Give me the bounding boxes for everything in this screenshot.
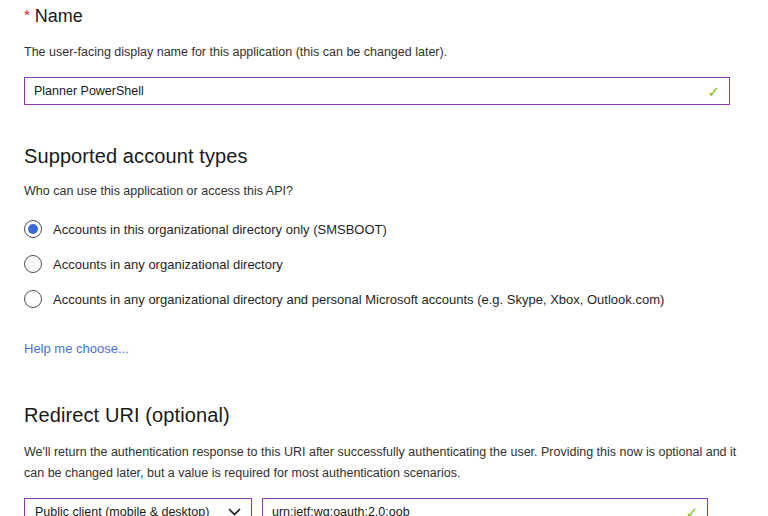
chevron-down-icon [228,508,241,516]
name-section: * Name The user-facing display name for … [24,6,744,105]
required-asterisk: * [24,6,30,23]
radio-button-icon[interactable] [24,220,42,238]
radio-option-label: Accounts in this organizational director… [53,222,387,237]
valid-check-icon: ✓ [685,505,698,516]
redirect-uri-description: We'll return the authentication response… [24,442,740,484]
help-me-choose-link[interactable]: Help me choose... [24,341,129,356]
radio-option-any-org-directory[interactable]: Accounts in any organizational directory [24,254,744,274]
redirect-type-selected-value: Public client (mobile & desktop) [35,505,209,516]
redirect-uri-heading: Redirect URI (optional) [24,404,744,427]
redirect-uri-value: urn:ietf:wg:oauth:2.0:oob [272,505,410,516]
account-types-radio-group: Accounts in this organizational director… [24,219,744,309]
redirect-uri-input[interactable]: urn:ietf:wg:oauth:2.0:oob ✓ [262,498,708,516]
valid-check-icon: ✓ [707,84,720,99]
name-field-label: * Name [24,6,744,27]
name-input[interactable]: Planner PowerShell ✓ [24,77,730,105]
redirect-uri-section: Redirect URI (optional) We'll return the… [24,404,744,516]
radio-button-icon[interactable] [24,255,42,273]
name-input-value: Planner PowerShell [34,84,144,98]
radio-option-any-org-and-personal[interactable]: Accounts in any organizational directory… [24,289,744,309]
radio-button-icon[interactable] [24,290,42,308]
redirect-uri-controls: Public client (mobile & desktop) urn:iet… [24,498,744,516]
name-description: The user-facing display name for this ap… [24,42,744,63]
name-label-text: Name [35,6,83,27]
account-types-question: Who can use this application or access t… [24,184,744,198]
app-registration-form: * Name The user-facing display name for … [0,0,768,516]
radio-option-label: Accounts in any organizational directory… [53,292,664,307]
radio-option-label: Accounts in any organizational directory [53,257,283,272]
supported-account-types-section: Supported account types Who can use this… [24,145,744,357]
radio-option-this-directory-only[interactable]: Accounts in this organizational director… [24,219,744,239]
supported-account-types-heading: Supported account types [24,145,744,168]
redirect-type-dropdown[interactable]: Public client (mobile & desktop) [24,498,252,516]
